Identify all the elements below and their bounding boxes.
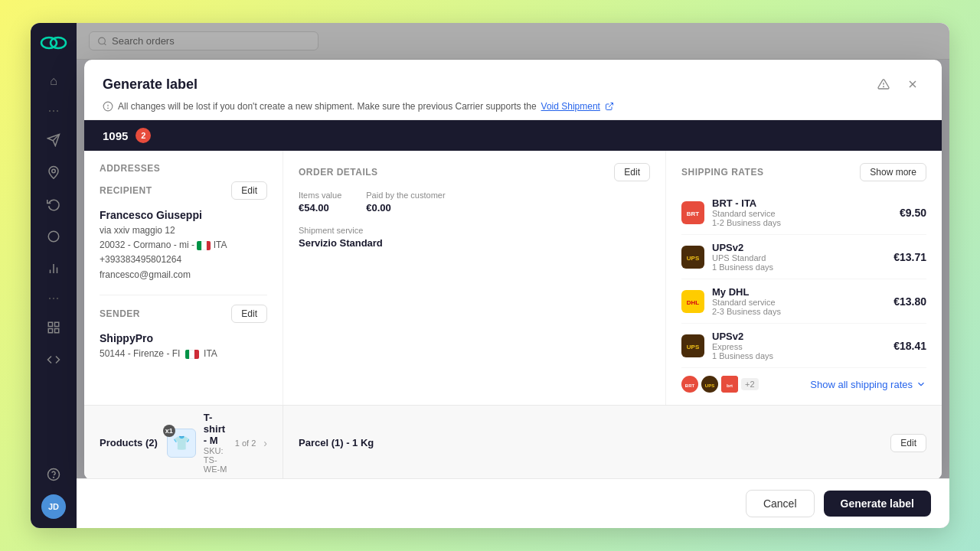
products-bar: Products (2) x1 👕 T-shirt - M SKU: TS-WE… — [84, 405, 942, 480]
sidebar-return-icon[interactable] — [40, 191, 67, 218]
product-item: x1 👕 T-shirt - M SKU: TS-WE-M 1 of 2 › — [167, 412, 267, 474]
close-icon[interactable] — [902, 73, 923, 95]
recipient-email: francesco@gmail.com — [100, 268, 267, 282]
ups-logo-1: UPS — [681, 246, 704, 269]
sidebar-bottom: JD — [40, 461, 67, 519]
shipping-rate-ups-standard[interactable]: UPS UPSv2 UPS Standard 1 Business days €… — [681, 235, 926, 279]
modal-title: Generate label — [103, 77, 198, 93]
dhl-service: Standard service — [712, 298, 886, 307]
sender-block: SENDER Edit ShippyPro 50144 - Firenze - … — [100, 305, 267, 361]
paid-by-customer-field: Paid by the customer €0.00 — [366, 191, 445, 214]
svg-point-4 — [52, 169, 56, 173]
modal-title-row: Generate label — [103, 73, 923, 95]
sidebar: ⌂ ··· ··· JD — [31, 23, 77, 528]
recipient-block: RECIPIENT Edit Francesco Giuseppi via xx… — [100, 181, 267, 282]
items-value-label: Items value — [299, 191, 341, 200]
product-details: T-shirt - M SKU: TS-WE-M — [204, 412, 227, 474]
parcel-section: Parcel (1) - 1 Kg Edit — [283, 406, 942, 480]
modal-header: Generate label All changes will b — [84, 60, 942, 120]
warning-text: All changes will be lost if you don't cr… — [118, 101, 537, 112]
svg-rect-11 — [55, 329, 59, 333]
dhl-info: My DHL Standard service 2-3 Business day… — [712, 286, 886, 316]
shipping-rates-header: Shipping Rates Show more — [681, 163, 926, 181]
shipment-service-field: Shipment service Servizio Standard — [299, 226, 650, 249]
product-name: T-shirt - M — [204, 412, 227, 446]
ups-express-carrier: UPSv2 — [712, 331, 886, 342]
parcel-label: Parcel (1) - 1 Kg — [299, 437, 374, 448]
sidebar-home-icon[interactable]: ⌂ — [40, 67, 67, 95]
ups-standard-days: 1 Business days — [712, 262, 886, 272]
app-shell: ⌂ ··· ··· JD — [31, 23, 949, 528]
parcel-edit-button[interactable]: Edit — [890, 434, 926, 452]
modal-overlay: Generate label All changes will b — [77, 23, 949, 528]
show-more-button[interactable]: Show more — [860, 163, 926, 181]
dhl-price: €13.80 — [893, 295, 926, 308]
shipping-rate-brt[interactable]: BRT BRT - ITA Standard service 1-2 Busin… — [681, 191, 926, 235]
recipient-city: 20032 - Cormano - mi - ITA — [100, 238, 267, 253]
brt-carrier: BRT - ITA — [712, 197, 892, 209]
svg-rect-10 — [55, 322, 59, 326]
brt-info: BRT - ITA Standard service 1-2 Business … — [712, 197, 892, 227]
sidebar-send-icon[interactable] — [40, 126, 67, 154]
app-logo[interactable] — [40, 32, 67, 54]
ups-express-price: €18.41 — [893, 340, 926, 352]
svg-line-24 — [609, 103, 613, 108]
warning-icon[interactable] — [873, 73, 894, 95]
modal-body: Addresses RECIPIENT Edit Francesco Giuse… — [84, 151, 942, 405]
order-id: 1095 — [103, 129, 128, 142]
svg-text:BRT: BRT — [685, 383, 695, 388]
brt-service: Standard service — [712, 209, 892, 218]
product-count: x1 — [163, 425, 175, 437]
svg-rect-12 — [48, 329, 52, 333]
shipment-service-value: Servizio Standard — [299, 237, 650, 249]
sidebar-circle-icon[interactable] — [40, 223, 67, 250]
brt-logo: BRT — [681, 201, 704, 224]
sidebar-box-icon[interactable] — [40, 314, 67, 341]
recipient-name: Francesco Giuseppi — [100, 209, 267, 221]
brt-days: 1-2 Business days — [712, 218, 892, 227]
product-thumbnail: x1 👕 — [167, 429, 196, 458]
shipping-rates-title: Shipping Rates — [681, 167, 763, 178]
sidebar-bar-chart-icon[interactable] — [40, 255, 67, 282]
items-value-field: Items value €54.00 — [299, 191, 341, 214]
sidebar-code-icon[interactable] — [40, 346, 67, 373]
sender-name: ShippyPro — [100, 332, 267, 344]
generate-label-button[interactable]: Generate label — [824, 491, 932, 517]
carrier-mini-3: brt — [721, 376, 738, 393]
show-all-shipping-rates-button[interactable]: Show all shipping rates — [810, 379, 926, 390]
addresses-panel: Addresses RECIPIENT Edit Francesco Giuse… — [84, 151, 283, 405]
ups-standard-service: UPS Standard — [712, 253, 886, 262]
ups-standard-carrier: UPSv2 — [712, 242, 886, 253]
sidebar-location-icon[interactable] — [40, 158, 67, 186]
shipping-rate-dhl[interactable]: DHL My DHL Standard service 2-3 Business… — [681, 279, 926, 324]
order-details-edit-button[interactable]: Edit — [614, 163, 650, 181]
generate-label-modal: Generate label All changes will b — [84, 60, 942, 480]
shipping-rate-ups-express[interactable]: UPS UPSv2 Express 1 Business days €18.41 — [681, 324, 926, 368]
recipient-header: RECIPIENT Edit — [100, 181, 267, 200]
items-value: €54.00 — [299, 202, 341, 214]
void-shipment-link[interactable]: Void Shipment — [541, 101, 600, 112]
svg-text:UPS: UPS — [705, 383, 714, 388]
sender-address: 50144 - Firenze - FI ITA — [100, 347, 267, 361]
products-section[interactable]: Products (2) x1 👕 T-shirt - M SKU: TS-WE… — [84, 406, 283, 480]
recipient-edit-button[interactable]: Edit — [231, 181, 267, 200]
carrier-mini-2: UPS — [701, 376, 718, 393]
user-avatar[interactable]: JD — [41, 494, 66, 519]
shipping-rates-panel: Shipping Rates Show more BRT BRT - ITA S… — [666, 151, 942, 405]
order-details-panel: Order Details Edit Items value €54.00 Pa… — [283, 151, 666, 405]
ups-express-info: UPSv2 Express 1 Business days — [712, 331, 886, 360]
sidebar-help-icon[interactable] — [40, 461, 67, 488]
cancel-button[interactable]: Cancel — [746, 490, 815, 517]
dhl-carrier: My DHL — [712, 286, 886, 298]
svg-text:DHL: DHL — [687, 299, 700, 306]
svg-text:BRT: BRT — [687, 210, 700, 217]
products-label: Products (2) — [100, 437, 158, 448]
svg-text:UPS: UPS — [687, 255, 700, 262]
modal-header-icons — [873, 73, 923, 95]
show-all-row: BRT UPS brt +2 Sh — [681, 376, 926, 393]
ups-express-days: 1 Business days — [712, 351, 886, 360]
recipient-street: via xxiv maggio 12 — [100, 223, 267, 238]
sender-edit-button[interactable]: Edit — [231, 305, 267, 323]
carrier-mini-1: BRT — [681, 376, 698, 393]
dhl-days: 2-3 Business days — [712, 307, 886, 316]
